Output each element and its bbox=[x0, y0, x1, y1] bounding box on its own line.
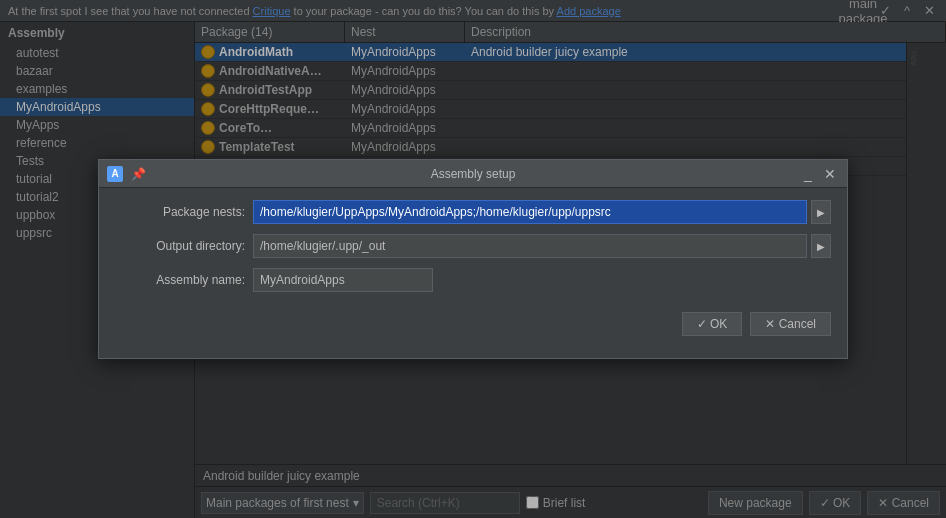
package-nests-input-wrap: ▶ bbox=[253, 200, 831, 224]
output-dir-label: Output directory: bbox=[115, 239, 245, 253]
modal-minimize-button[interactable]: _ bbox=[799, 165, 817, 183]
output-dir-input-wrap: ▶ bbox=[253, 234, 831, 258]
output-dir-input[interactable] bbox=[253, 234, 807, 258]
output-dir-row: Output directory: ▶ bbox=[115, 234, 831, 258]
assembly-name-row: Assembly name: bbox=[115, 268, 831, 292]
modal-cancel-button[interactable]: ✕ Cancel bbox=[750, 312, 831, 336]
assembly-name-label: Assembly name: bbox=[115, 273, 245, 287]
modal-actions: ✓ OK ✕ Cancel bbox=[99, 304, 847, 348]
modal-close-button[interactable]: ✕ bbox=[821, 165, 839, 183]
assembly-setup-modal: A 📌 Assembly setup _ ✕ Package nests: ▶ bbox=[98, 159, 848, 359]
modal-overlay: A 📌 Assembly setup _ ✕ Package nests: ▶ bbox=[0, 0, 946, 518]
modal-ok-button[interactable]: ✓ OK bbox=[682, 312, 743, 336]
assembly-name-input-wrap bbox=[253, 268, 831, 292]
package-nests-row: Package nests: ▶ bbox=[115, 200, 831, 224]
assembly-name-input[interactable] bbox=[253, 268, 433, 292]
package-nests-label: Package nests: bbox=[115, 205, 245, 219]
output-dir-browse-button[interactable]: ▶ bbox=[811, 234, 831, 258]
modal-content: Package nests: ▶ Output directory: ▶ bbox=[99, 188, 847, 304]
main-window: At the first spot I see that you have no… bbox=[0, 0, 946, 518]
modal-titlebar: A 📌 Assembly setup _ ✕ bbox=[99, 160, 847, 188]
modal-controls: _ ✕ bbox=[799, 165, 839, 183]
modal-app-icon: A bbox=[107, 166, 123, 182]
modal-title: Assembly setup bbox=[153, 167, 793, 181]
modal-pin-button[interactable]: 📌 bbox=[129, 165, 147, 183]
package-nests-input[interactable] bbox=[253, 200, 807, 224]
package-nests-browse-button[interactable]: ▶ bbox=[811, 200, 831, 224]
